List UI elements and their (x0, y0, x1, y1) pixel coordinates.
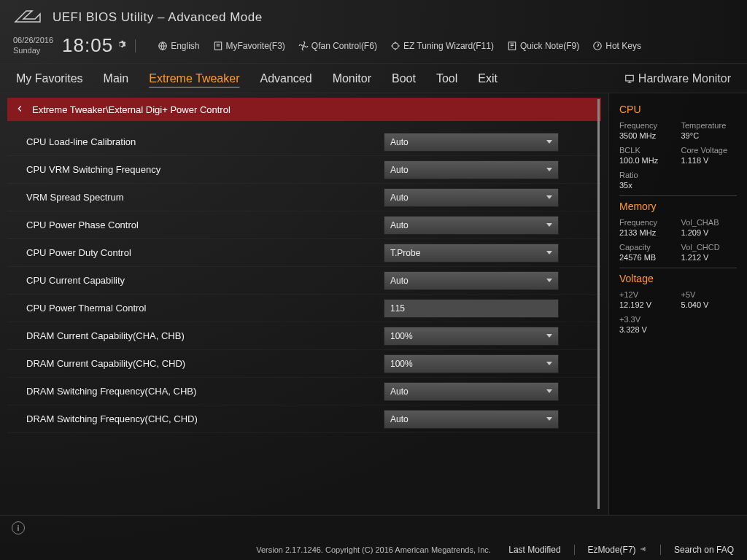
setting-dropdown[interactable]: Auto (384, 216, 559, 235)
chevron-down-icon (546, 279, 552, 282)
chevron-down-icon (546, 223, 552, 227)
setting-dropdown[interactable]: T.Probe (384, 244, 559, 262)
back-arrow-icon[interactable] (15, 104, 25, 116)
hardware-monitor-panel: CPU Frequency Temperature 3500 MHz 39°C … (608, 93, 747, 515)
rog-logo-icon (13, 9, 42, 27)
cpu-temperature-label: Temperature (681, 121, 738, 130)
v5-value: 5.040 V (681, 300, 738, 309)
setting-input[interactable]: 115 (384, 299, 559, 318)
setting-dropdown[interactable]: Auto (384, 188, 559, 207)
tab-advanced[interactable]: Advanced (260, 72, 311, 85)
qfan-label: Qfan Control(F6) (311, 41, 377, 51)
tab-boot[interactable]: Boot (392, 72, 416, 85)
setting-value: 115 (390, 303, 405, 314)
setting-row: DRAM Switching Frequency(CHC, CHD)Auto (7, 405, 601, 433)
chevron-down-icon (546, 168, 552, 171)
eztuning-button[interactable]: EZ Tuning Wizard(F11) (390, 41, 494, 51)
svg-point-3 (392, 42, 398, 48)
tab-exit[interactable]: Exit (478, 72, 498, 85)
setting-label: CPU Load-line Calibration (26, 136, 384, 147)
clock-time: 18:05 (62, 34, 113, 57)
hotkeys-label: Hot Keys (605, 41, 641, 51)
setting-label: CPU Current Capability (26, 275, 384, 286)
language-label: English (171, 41, 199, 51)
vol-chcd-label: Vol_CHCD (681, 243, 738, 252)
setting-dropdown[interactable]: 100% (384, 327, 559, 346)
setting-row: CPU Power Phase ControlAuto (7, 211, 601, 239)
setting-row: CPU Power Thermal Control115 (7, 295, 601, 322)
core-voltage-label: Core Voltage (681, 146, 738, 155)
chevron-down-icon (546, 140, 552, 144)
tab-monitor[interactable]: Monitor (333, 72, 371, 85)
mem-frequency-label: Frequency (619, 218, 676, 227)
quicknote-label: Quick Note(F9) (520, 41, 579, 51)
vol-chcd-value: 1.212 V (681, 253, 738, 262)
last-modified-button[interactable]: Last Modified (508, 545, 560, 555)
qfan-button[interactable]: Qfan Control(F6) (298, 41, 377, 51)
svg-point-2 (303, 44, 304, 46)
date-text: 06/26/2016 (13, 36, 53, 45)
hotkeys-button[interactable]: Hot Keys (592, 41, 641, 51)
v33-label: +3.3V (619, 315, 676, 324)
ezmode-button[interactable]: EzMode(F7) (588, 545, 647, 555)
chevron-down-icon (546, 195, 552, 199)
setting-label: DRAM Switching Frequency(CHA, CHB) (26, 386, 384, 397)
myfavorite-button[interactable]: MyFavorite(F3) (213, 41, 285, 51)
setting-value: Auto (390, 414, 409, 424)
tab-extreme-tweaker[interactable]: Extreme Tweaker (149, 72, 239, 85)
cpu-frequency-value: 3500 MHz (619, 131, 676, 140)
v5-label: +5V (681, 290, 738, 299)
cpu-section-title: CPU (619, 104, 737, 115)
setting-dropdown[interactable]: 100% (384, 354, 559, 373)
svg-rect-6 (626, 75, 634, 81)
main-tabs: My Favorites Main Extreme Tweaker Advanc… (0, 64, 747, 93)
setting-dropdown[interactable]: Auto (384, 271, 559, 290)
chevron-down-icon (546, 362, 552, 365)
bclk-label: BCLK (619, 146, 676, 155)
mem-frequency-value: 2133 MHz (619, 228, 676, 237)
settings-rows: CPU Load-line CalibrationAutoCPU VRM Swi… (0, 125, 608, 449)
date-block: 06/26/2016 Sunday (13, 36, 53, 55)
chevron-down-icon (546, 251, 552, 254)
breadcrumb[interactable]: Extreme Tweaker\External Digi+ Power Con… (7, 98, 601, 121)
setting-label: DRAM Switching Frequency(CHC, CHD) (26, 413, 384, 424)
setting-label: DRAM Current Capability(CHC, CHD) (26, 358, 384, 369)
cpu-temperature-value: 39°C (681, 131, 738, 140)
hardware-monitor-header: Hardware Monitor (624, 72, 731, 85)
setting-dropdown[interactable]: Auto (384, 133, 559, 152)
page-title: UEFI BIOS Utility – Advanced Mode (53, 10, 263, 25)
quick-access-bar: 06/26/2016 Sunday 18:05 English MyFavori… (0, 34, 747, 64)
setting-label: CPU Power Thermal Control (26, 303, 384, 314)
info-strip: i (0, 515, 747, 540)
quicknote-button[interactable]: Quick Note(F9) (507, 41, 579, 51)
capacity-value: 24576 MB (619, 253, 676, 262)
footer: Version 2.17.1246. Copyright (C) 2016 Am… (0, 540, 747, 560)
myfavorite-label: MyFavorite(F3) (226, 41, 285, 51)
setting-value: Auto (390, 192, 409, 203)
setting-row: DRAM Current Capability(CHA, CHB)100% (7, 322, 601, 350)
setting-label: DRAM Current Capability(CHA, CHB) (26, 330, 384, 341)
ratio-value: 35x (619, 181, 676, 190)
setting-dropdown[interactable]: Auto (384, 382, 559, 401)
v12-label: +12V (619, 290, 676, 299)
info-icon[interactable]: i (12, 521, 25, 534)
setting-row: DRAM Switching Frequency(CHA, CHB)Auto (7, 378, 601, 405)
setting-value: Auto (390, 276, 409, 286)
tab-my-favorites[interactable]: My Favorites (16, 72, 83, 85)
language-button[interactable]: English (158, 41, 199, 51)
vol-chab-value: 1.209 V (681, 228, 738, 237)
setting-label: VRM Spread Spectrum (26, 192, 384, 203)
day-text: Sunday (13, 46, 53, 55)
setting-value: 100% (390, 359, 413, 369)
gear-icon[interactable] (116, 39, 126, 52)
scrollbar[interactable] (597, 99, 600, 509)
search-faq-button[interactable]: Search on FAQ (674, 545, 734, 555)
tab-main[interactable]: Main (104, 72, 129, 85)
chevron-down-icon (546, 417, 552, 421)
setting-row: CPU Power Duty ControlT.Probe (7, 239, 601, 267)
setting-dropdown[interactable]: Auto (384, 160, 559, 179)
setting-dropdown[interactable]: Auto (384, 410, 559, 429)
chevron-down-icon (546, 334, 552, 338)
setting-row: CPU VRM Switching FrequencyAuto (7, 156, 601, 184)
tab-tool[interactable]: Tool (436, 72, 457, 85)
